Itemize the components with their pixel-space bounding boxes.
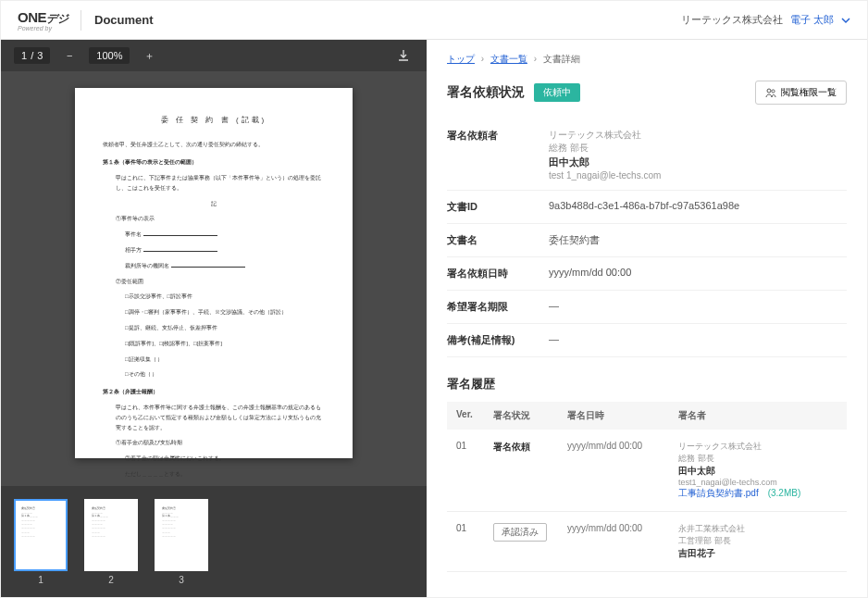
thumbnail-2[interactable]: 委任契約書＿＿＿＿第１条＿＿＿＿＿＿＿＿＿＿＿＿＿＿＿＿＿＿＿＿＿＿＿＿＿2 [84,499,138,585]
breadcrumb: トップ › 文書一覧 › 文書詳細 [447,53,847,66]
history-header: Ver. 署名状況 署名日時 署名者 [447,402,847,430]
svg-point-1 [772,90,775,93]
history-row: 01署名依頼yyyy/mm/dd 00:00リーテックス株式会社総務 部長田中太… [447,430,847,512]
info-row: 署名依頼者リーテックス株式会社総務 部長田中太郎test 1_nagai@le-… [447,119,847,191]
pdf-viewer: 1 / 3 − 100% ＋ 委 任 契 約 書 (記載) 依頼者甲、受任弁護士… [1,40,427,597]
status-title: 署名依頼状況 [447,84,525,101]
thumbnail-3[interactable]: 委任契約書＿＿＿＿第１条＿＿＿＿＿＿＿＿＿＿＿＿＿＿＿＿＿＿＿＿＿＿＿＿＿3 [155,499,208,585]
info-row: 署名依頼日時yyyy/mm/dd 00:00 [447,257,847,291]
permissions-button[interactable]: 閲覧権限一覧 [755,81,847,105]
chevron-down-icon[interactable] [841,16,850,25]
zoom-out-button[interactable]: − [59,45,80,66]
company-name: リーテックス株式会社 [681,13,783,27]
info-row: 備考(補足情報)— [447,324,847,357]
users-icon [765,87,776,98]
page-area[interactable]: 委 任 契 約 書 (記載) 依頼者甲、受任弁護士乙として、次の通り委任契約の締… [1,71,427,486]
crumb-list[interactable]: 文書一覧 [490,54,527,64]
download-icon[interactable] [393,45,414,66]
viewer-toolbar: 1 / 3 − 100% ＋ [1,40,427,71]
file-link[interactable]: 工事請負契約書.pdf [678,488,759,498]
zoom-in-button[interactable]: ＋ [139,45,159,66]
history-row: 01承認済みyyyy/mm/dd 00:00永井工業株式会社工営理部 部長吉田花… [447,512,847,572]
detail-panel: トップ › 文書一覧 › 文書詳細 署名依頼状況 依頼中 閲覧権限一覧 署名依頼… [427,40,867,597]
history-body: 01署名依頼yyyy/mm/dd 00:00リーテックス株式会社総務 部長田中太… [447,430,847,572]
logo[interactable]: ONEデジ Powered by [18,9,68,31]
info-row: 希望署名期限— [447,291,847,324]
app-header: ONEデジ Powered by Document リーテックス株式会社 電子 … [1,1,867,40]
page-indicator: 1 / 3 [14,47,50,64]
page-title: Document [94,13,154,27]
header-divider [81,10,81,31]
thumbnail-1[interactable]: 委任契約書＿＿＿＿第１条＿＿＿＿＿＿＿＿＿＿＿＿＿＿＿＿＿＿＿＿＿＿＿＿＿1 [14,499,68,585]
zoom-level[interactable]: 100% [89,47,130,64]
info-row: 文書ID9a3b488d-c3e1-486a-b7bf-c97a5361a98e [447,191,847,224]
user-menu[interactable]: 電子 太郎 [790,13,834,27]
info-table: 署名依頼者リーテックス株式会社総務 部長田中太郎test 1_nagai@le-… [447,119,847,357]
info-row: 文書名委任契約書 [447,224,847,257]
crumb-current: 文書詳細 [543,54,580,64]
thumbnails: 委任契約書＿＿＿＿第１条＿＿＿＿＿＿＿＿＿＿＿＿＿＿＿＿＿＿＿＿＿＿＿＿＿1委任… [1,486,427,597]
status-badge: 依頼中 [534,83,580,102]
history-title: 署名履歴 [447,376,847,392]
svg-point-0 [767,89,771,93]
document-page: 委 任 契 約 書 (記載) 依頼者甲、受任弁護士乙として、次の通り委任契約の締… [75,88,353,458]
crumb-top[interactable]: トップ [447,54,475,64]
